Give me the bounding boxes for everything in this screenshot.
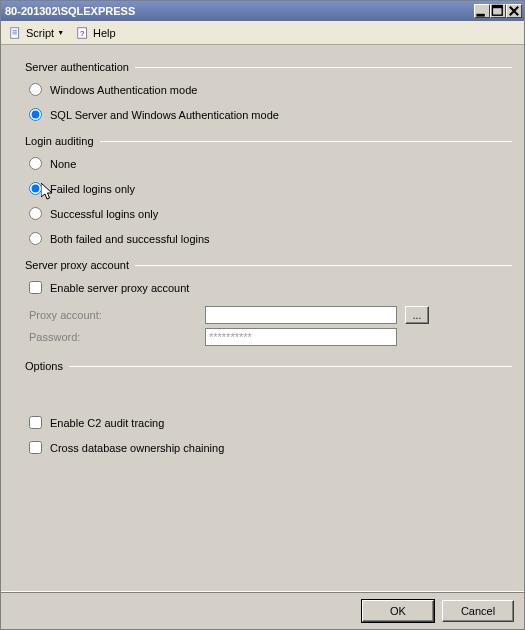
help-icon: ?: [76, 26, 90, 40]
browse-button[interactable]: ...: [405, 306, 429, 324]
window-title: 80-201302\SQLEXPRESS: [3, 5, 135, 17]
chevron-down-icon: ▼: [57, 29, 64, 36]
group-title: Login auditing: [25, 135, 100, 147]
group-header: Login auditing: [25, 135, 512, 147]
script-icon: [9, 26, 23, 40]
svg-rect-3: [11, 27, 19, 38]
radio-label: SQL Server and Windows Authentication mo…: [50, 109, 279, 121]
checkbox-cross-db[interactable]: Cross database ownership chaining: [29, 441, 512, 454]
group-header: Options: [25, 360, 512, 372]
checkbox-label: Cross database ownership chaining: [50, 442, 224, 454]
radio-input[interactable]: [29, 108, 42, 121]
server-auth-group: Server authentication Windows Authentica…: [25, 61, 512, 121]
proxy-password-row: Password:: [29, 328, 512, 346]
dialog-window: 80-201302\SQLEXPRESS Script ▼ ?: [0, 0, 525, 630]
svg-rect-0: [476, 14, 484, 17]
options-group: Options Enable C2 audit tracing Cross da…: [25, 360, 512, 454]
radio-input[interactable]: [29, 182, 42, 195]
radio-label: None: [50, 158, 76, 170]
proxy-password-input[interactable]: [205, 328, 397, 346]
group-title: Server proxy account: [25, 259, 135, 271]
radio-audit-failed[interactable]: Failed logins only: [29, 182, 512, 195]
proxy-account-input[interactable]: [205, 306, 397, 324]
radio-input[interactable]: [29, 83, 42, 96]
group-title: Options: [25, 360, 69, 372]
divider: [135, 265, 512, 266]
checkbox-input[interactable]: [29, 441, 42, 454]
radio-audit-success[interactable]: Successful logins only: [29, 207, 512, 220]
field-label: Proxy account:: [29, 309, 205, 321]
radio-input[interactable]: [29, 232, 42, 245]
svg-rect-2: [492, 5, 502, 8]
radio-windows-auth[interactable]: Windows Authentication mode: [29, 83, 512, 96]
radio-input[interactable]: [29, 157, 42, 170]
checkbox-label: Enable server proxy account: [50, 282, 189, 294]
maximize-button[interactable]: [490, 4, 506, 18]
window-controls: [474, 4, 522, 18]
close-icon: [507, 4, 521, 18]
radio-label: Windows Authentication mode: [50, 84, 197, 96]
radio-label: Successful logins only: [50, 208, 158, 220]
script-label: Script: [26, 27, 54, 39]
cancel-button[interactable]: Cancel: [442, 600, 514, 622]
checkbox-enable-proxy[interactable]: Enable server proxy account: [29, 281, 512, 294]
script-button[interactable]: Script ▼: [5, 24, 68, 42]
proxy-group: Server proxy account Enable server proxy…: [25, 259, 512, 346]
help-label: Help: [93, 27, 116, 39]
group-header: Server authentication: [25, 61, 512, 73]
checkbox-label: Enable C2 audit tracing: [50, 417, 164, 429]
radio-audit-both[interactable]: Both failed and successful logins: [29, 232, 512, 245]
content-area: Server authentication Windows Authentica…: [1, 45, 524, 591]
field-label: Password:: [29, 331, 205, 343]
radio-audit-none[interactable]: None: [29, 157, 512, 170]
divider: [69, 366, 512, 367]
radio-input[interactable]: [29, 207, 42, 220]
radio-label: Both failed and successful logins: [50, 233, 210, 245]
svg-text:?: ?: [80, 28, 85, 37]
maximize-icon: [491, 4, 505, 18]
titlebar[interactable]: 80-201302\SQLEXPRESS: [1, 1, 524, 21]
checkbox-input[interactable]: [29, 416, 42, 429]
minimize-button[interactable]: [474, 4, 490, 18]
checkbox-c2-audit[interactable]: Enable C2 audit tracing: [29, 416, 512, 429]
close-button[interactable]: [506, 4, 522, 18]
login-audit-group: Login auditing None Failed logins only S…: [25, 135, 512, 245]
group-title: Server authentication: [25, 61, 135, 73]
ok-button[interactable]: OK: [362, 600, 434, 622]
toolbar: Script ▼ ? Help: [1, 21, 524, 45]
divider: [135, 67, 512, 68]
checkbox-input[interactable]: [29, 281, 42, 294]
proxy-account-row: Proxy account: ...: [29, 306, 512, 324]
divider: [100, 141, 512, 142]
button-bar: OK Cancel: [1, 591, 524, 629]
radio-sql-windows-auth[interactable]: SQL Server and Windows Authentication mo…: [29, 108, 512, 121]
radio-label: Failed logins only: [50, 183, 135, 195]
group-header: Server proxy account: [25, 259, 512, 271]
minimize-icon: [475, 4, 489, 18]
help-button[interactable]: ? Help: [72, 24, 120, 42]
